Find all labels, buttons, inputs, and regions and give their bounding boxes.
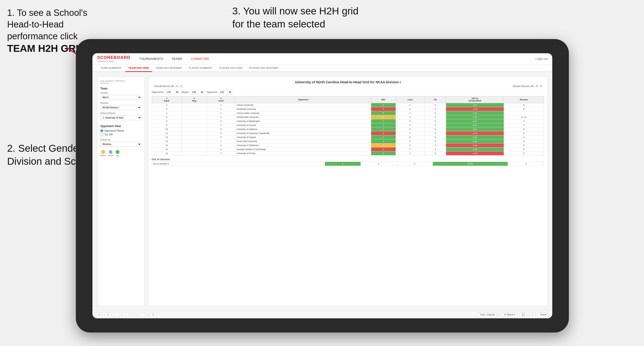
gender-label: Gender [100, 92, 142, 94]
share-icon-button[interactable]: ⤢ [529, 312, 536, 317]
cell-rounds: 3 [504, 135, 544, 139]
share-button[interactable]: Share [538, 312, 548, 317]
cell-reg [182, 139, 207, 143]
cell-loss: 1 [396, 152, 424, 156]
nav-tournaments[interactable]: TOURNAMENTS [138, 56, 165, 61]
cell-rank: 16 [152, 152, 182, 156]
nav-committee[interactable]: COMMITTEE [189, 56, 211, 61]
zoom-in-button[interactable]: + [131, 312, 137, 317]
cell-out-loss: 0 [361, 162, 397, 166]
cell-rank: 6 [152, 115, 182, 119]
division-select[interactable]: NCAA Division I [100, 105, 142, 110]
cell-rank: 2 [152, 103, 182, 107]
cell-diff: -1.00 [446, 143, 504, 148]
tab-team-h2h-grid[interactable]: TEAM H2H GRID [125, 65, 152, 72]
redo-button[interactable]: ↪ [105, 312, 111, 317]
tab-player-summary[interactable]: PLAYER SUMMARY [185, 65, 216, 72]
nav-teams[interactable]: TEAMS [170, 56, 184, 61]
cell-conf: 2 [207, 115, 235, 119]
cell-opponent: Auburn University [235, 103, 371, 107]
cell-rank: 9 [152, 123, 182, 127]
cell-tie: 0 [424, 131, 446, 135]
cell-opponent: University of Washington [235, 119, 371, 123]
annotation-3: 3. You will now see H2H grid for the tea… [232, 5, 370, 30]
region-select[interactable]: (All) [190, 90, 204, 94]
tab-player-h2h-grid[interactable]: PLAYER H2H GRID [216, 65, 246, 72]
cell-diff: 4.50 [446, 148, 504, 152]
comment-button[interactable]: 💬 [520, 312, 527, 317]
cell-diff: -4.33 [446, 131, 504, 135]
grid-records: Overall Record: 89 - 17 - 0 Division Rec… [152, 85, 544, 88]
tablet-screen: SCOREBOARD Powered by clippi TOURNAMENTS… [92, 53, 552, 318]
watch-button[interactable]: 👁 Watch ▾ [502, 312, 518, 317]
cell-diff: 9.00 [446, 123, 504, 127]
zoom-out-button[interactable]: − [139, 312, 145, 317]
clock-button[interactable]: ⏱ [150, 312, 157, 317]
cell-reg [182, 111, 207, 115]
cell-rounds: 9 [504, 152, 544, 156]
cell-opponent: University of Arkansas, Fayetteville [235, 131, 371, 135]
tab-player-h2h-heatmap[interactable]: PLAYER H2H HEATMAP [246, 65, 282, 72]
cell-conf: 1 [207, 139, 235, 143]
cell-reg [182, 119, 207, 123]
cell-opponent: Texas Tech University [235, 139, 371, 143]
radio-top-100[interactable]: Top 100 [100, 133, 142, 136]
cell-tie: 0 [424, 148, 446, 152]
table-row: 2 1 Auburn University 2 1 0 1.67 9 [152, 103, 544, 107]
cell-win: 1 [371, 123, 396, 127]
cell-loss: 2 [396, 115, 424, 119]
annotation-3-text: 3. You will now see H2H grid for the tea… [232, 5, 358, 30]
cell-rank: 11 [152, 131, 182, 135]
table-row: 14 2 University of Oklahoma 1 2 0 -1.00 … [152, 143, 544, 148]
cell-opponent: Vanderbilt University [235, 107, 371, 111]
cell-reg [182, 107, 207, 111]
main-content: Last Updated: 27/03/2024 16:55:38 Team G… [92, 72, 552, 311]
cell-conf: 3 [207, 123, 235, 127]
gender-select[interactable]: Men's [100, 95, 142, 100]
radio-opponents-played[interactable]: Opponents Played [100, 129, 142, 132]
colour-select[interactable]: Win/loss [100, 142, 142, 147]
opponent-select[interactable]: (All) [218, 90, 232, 94]
cell-rounds: 9 [504, 143, 544, 148]
cell-rounds: 9 [504, 148, 544, 152]
cell-loss: 0 [396, 135, 424, 139]
cell-win: 0 [371, 131, 396, 135]
region-filter: Region (All) [182, 90, 204, 94]
cell-conf: 3 [207, 135, 235, 139]
app-header: SCOREBOARD Powered by clippi TOURNAMENTS… [92, 53, 552, 65]
cell-tie: 0 [424, 111, 446, 115]
cell-rounds [504, 111, 544, 115]
cell-rank: 8 [152, 119, 182, 123]
cell-rank: 4 [152, 111, 182, 115]
forward-button[interactable]: → [122, 312, 129, 317]
col-opponent: Opponent [235, 96, 371, 103]
cell-rounds: 8 [504, 107, 544, 111]
table-row: 6 2 Florida State University 1 2 0 1.83 … [152, 115, 544, 119]
cell-rounds: 8 [504, 127, 544, 131]
school-select[interactable]: 1. University of Nort... [100, 115, 142, 120]
filter-row: Opponents: (All) Region (All) Opponent [152, 90, 544, 94]
view-original-button[interactable]: View: Original [478, 312, 497, 317]
undo-button[interactable]: ↩ [96, 312, 102, 317]
table-row: 12 3 University of Virginia 1 0 0 2.33 3 [152, 135, 544, 139]
cell-out-rounds: 3 [508, 162, 544, 166]
level-dot-wrap: Level [108, 150, 113, 157]
opponents-select[interactable]: (All) [165, 90, 179, 94]
cell-conf: 2 [207, 119, 235, 123]
cell-opponent: University of Arizona [235, 123, 371, 127]
cell-reg [182, 123, 207, 127]
h2h-table: #Rank #Reg #Conf Opponent Win Loss Tie D… [152, 96, 544, 156]
tab-team-h2h-heatmap[interactable]: TEAM H2H HEATMAP [152, 65, 185, 72]
grid-title: University of North Carolina Head-to-Hea… [152, 80, 544, 84]
cell-diff: -4.42 [446, 152, 504, 156]
sign-out[interactable]: | Sign out [536, 57, 548, 61]
panel-timestamp: Last Updated: 27/03/2024 16:55:38 [100, 80, 142, 84]
tab-team-summary[interactable]: TEAM SUMMARY [97, 65, 125, 72]
cell-rank: 15 [152, 148, 182, 152]
cell-conf: 5 [207, 127, 235, 131]
col-loss: Loss [396, 96, 424, 103]
opponent-view-label: Opponent View [100, 125, 142, 128]
cell-loss: 1 [396, 131, 424, 135]
cell-rounds: 9 [504, 139, 544, 143]
back-button[interactable]: ← [113, 312, 120, 317]
